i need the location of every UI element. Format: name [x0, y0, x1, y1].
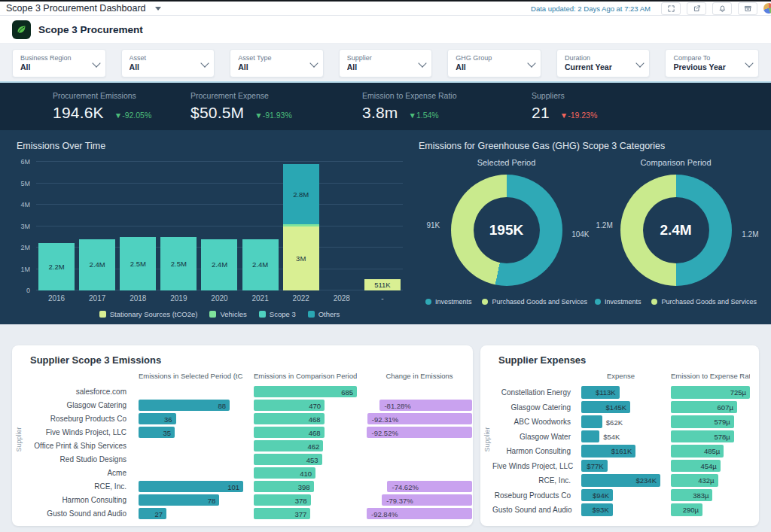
- value-bar[interactable]: -92.52%: [367, 427, 472, 438]
- bar-value-label: $94K: [593, 491, 609, 499]
- x-tick-label: 2019: [158, 294, 199, 302]
- filter-label: GHG Group: [456, 54, 526, 62]
- bar-segment-stationary-sources-tco2e[interactable]: 511K: [364, 279, 401, 290]
- legend-item-purchased-goods-and-services[interactable]: Purchased Goods and Services: [651, 298, 757, 306]
- bar-value-label: 454µ: [700, 461, 716, 470]
- bar-segment-stationary-sources-tco2e[interactable]: 3M: [283, 226, 319, 291]
- settings-icon[interactable]: [763, 3, 771, 14]
- value-bar[interactable]: 579µ: [671, 415, 734, 428]
- bar-segment-scope-3[interactable]: 2.2M: [38, 243, 75, 290]
- value-bar[interactable]: [581, 415, 602, 428]
- value-bar[interactable]: -81.28%: [379, 400, 472, 411]
- legend-item-investments[interactable]: Investments: [595, 298, 641, 306]
- legend-item-vehicles[interactable]: Vehicles: [209, 310, 246, 318]
- value-bar[interactable]: 378: [254, 494, 311, 506]
- bar-segment-scope-3[interactable]: 2.5M: [120, 237, 156, 290]
- y-tick-label: 0: [26, 287, 30, 294]
- filter-asset-type[interactable]: Asset TypeAll: [230, 49, 324, 78]
- donut-comparison-period: Comparison Period2.4M1.2M1.2MInvestments…: [591, 151, 760, 306]
- value-bar[interactable]: 607µ: [671, 401, 737, 414]
- value-bar[interactable]: 462: [254, 440, 323, 451]
- value-bar[interactable]: 410: [254, 467, 315, 479]
- emissions-over-time-legend: Stationary Sources (tCO2e)VehiclesScope …: [36, 310, 403, 318]
- stacked-bar-2016[interactable]: 2.2M: [38, 243, 75, 290]
- supplier-name: Glasgow Catering: [26, 399, 133, 412]
- filter-ghg-group[interactable]: GHG GroupAll: [447, 49, 541, 78]
- value-bar[interactable]: 101: [139, 481, 243, 492]
- value-bar[interactable]: 36: [139, 413, 176, 424]
- value-bar[interactable]: 383µ: [671, 489, 712, 502]
- legend-item-stationary-sources-tco2e[interactable]: Stationary Sources (tCO2e): [99, 310, 198, 318]
- legend-item-investments[interactable]: Investments: [425, 298, 472, 306]
- bar-segment-others[interactable]: 2.8M: [283, 164, 319, 224]
- bar-segment-scope-3[interactable]: 2.5M: [160, 237, 197, 290]
- stacked-bar-2022[interactable]: 3M2.8M: [283, 164, 319, 290]
- value-bar[interactable]: 35: [139, 427, 175, 438]
- legend-item-others[interactable]: Others: [308, 310, 340, 318]
- share-button[interactable]: [687, 2, 706, 15]
- legend-item-purchased-goods-and-services[interactable]: Purchased Goods and Services: [482, 298, 587, 306]
- value-bar[interactable]: 398: [254, 481, 314, 492]
- kpi-delta: ▼-19.23%: [560, 111, 598, 120]
- x-tick-label: 2021: [240, 294, 281, 302]
- value-bar[interactable]: 453: [254, 454, 322, 465]
- notifications-button[interactable]: [712, 2, 732, 15]
- value-bar[interactable]: [581, 430, 599, 443]
- legend-swatch: [308, 311, 315, 318]
- filter-business-region[interactable]: Business RegionAll: [12, 49, 106, 78]
- data-updated-text: Data updated: 2 Days Ago at 7:23 AM: [531, 5, 651, 13]
- filter-asset[interactable]: AssetAll: [121, 49, 215, 78]
- value-bar[interactable]: 290µ: [671, 503, 702, 516]
- value-bar[interactable]: 27: [139, 508, 166, 519]
- value-bar[interactable]: $113K: [581, 386, 620, 399]
- legend-swatch: [259, 311, 266, 318]
- value-bar[interactable]: $234K: [581, 474, 660, 487]
- value-bar[interactable]: -74.62%: [387, 481, 472, 492]
- filter-value: All: [456, 62, 526, 72]
- bar-segment-scope-3[interactable]: 2.4M: [242, 239, 279, 290]
- stacked-bar-2018[interactable]: 2.5M: [120, 237, 156, 290]
- stacked-bar-2021[interactable]: 2.4M: [242, 239, 279, 290]
- filter-label: Asset: [130, 54, 200, 62]
- value-bar[interactable]: $161K: [581, 445, 635, 458]
- legend-label: Others: [318, 310, 340, 318]
- value-bar[interactable]: 685: [254, 386, 357, 397]
- value-bar[interactable]: 468: [254, 413, 325, 424]
- stacked-bar-2020[interactable]: 2.4M: [201, 239, 237, 290]
- filter-duration[interactable]: DurationCurrent Year: [556, 49, 651, 78]
- stacked-bar-2019[interactable]: 2.5M: [160, 237, 197, 290]
- stacked-bar-[interactable]: 511K: [364, 279, 401, 290]
- value-bar[interactable]: 468: [254, 427, 325, 438]
- value-bar[interactable]: 432µ: [671, 474, 718, 487]
- filter-value: All: [130, 62, 200, 72]
- bar-segment-scope-3[interactable]: 2.4M: [201, 239, 237, 290]
- chevron-down-icon[interactable]: [155, 7, 161, 11]
- value-bar[interactable]: -92.84%: [367, 508, 472, 519]
- filter-supplier[interactable]: SupplierAll: [339, 49, 433, 78]
- bar-segment-vehicles[interactable]: [283, 224, 319, 226]
- filter-value: All: [347, 62, 417, 72]
- stacked-bar-2017[interactable]: 2.4M: [79, 239, 115, 290]
- value-bar[interactable]: 88: [139, 400, 230, 411]
- value-bar[interactable]: $145K: [581, 401, 630, 414]
- value-bar[interactable]: $94K: [581, 489, 613, 502]
- supplier-name: Gusto Sound and Audio: [26, 507, 133, 521]
- legend-item-scope-3[interactable]: Scope 3: [259, 310, 296, 318]
- bar-segment-scope-3[interactable]: 2.4M: [79, 239, 115, 290]
- expand-button[interactable]: [661, 2, 681, 15]
- value-bar[interactable]: $93K: [581, 503, 613, 516]
- value-bar[interactable]: 377: [254, 508, 310, 519]
- value-bar[interactable]: 470: [254, 400, 325, 411]
- value-bar[interactable]: $77K: [581, 460, 608, 473]
- value-bar[interactable]: -79.37%: [382, 494, 472, 506]
- value-bar[interactable]: 485µ: [671, 445, 724, 458]
- value-bar[interactable]: 78: [139, 494, 219, 506]
- archive-button[interactable]: [738, 2, 757, 15]
- bottom-section: Supplier Scope 3 Emissions Supplier sale…: [0, 324, 771, 526]
- value-bar[interactable]: 578µ: [671, 430, 734, 443]
- filter-compare-to[interactable]: Compare ToPrevious Year: [665, 49, 759, 78]
- bar-column-emissions-in-selected-period-tc: Emissions in Selected Period (tC...88363…: [139, 372, 243, 521]
- value-bar[interactable]: 725µ: [671, 386, 750, 399]
- value-bar[interactable]: -92.31%: [367, 413, 472, 424]
- value-bar[interactable]: 454µ: [671, 460, 721, 473]
